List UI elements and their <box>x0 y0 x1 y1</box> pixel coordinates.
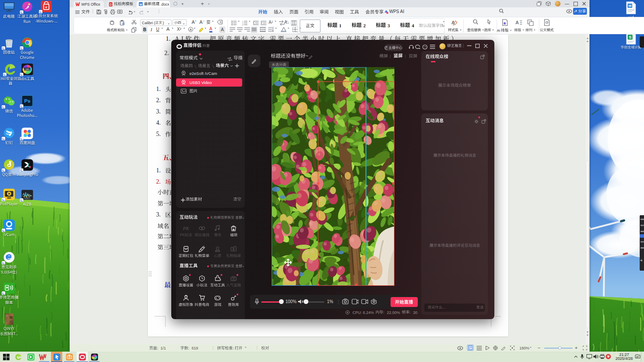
svg-text:A: A <box>516 20 519 25</box>
svg-text:W: W <box>628 4 632 8</box>
svg-text:e: e <box>45 5 48 9</box>
svg-text:S: S <box>629 35 631 39</box>
svg-text:W: W <box>139 3 142 6</box>
svg-text:PK: PK <box>183 226 189 231</box>
svg-text:D: D <box>109 3 112 6</box>
svg-text:AIZB 3: AIZB 3 <box>24 197 30 200</box>
svg-text:3: 3 <box>242 24 244 26</box>
svg-text:A: A <box>189 28 192 32</box>
svg-text:OBS: OBS <box>25 68 30 71</box>
svg-text:Ps: Ps <box>24 98 30 103</box>
svg-text:?: ? <box>424 45 426 48</box>
